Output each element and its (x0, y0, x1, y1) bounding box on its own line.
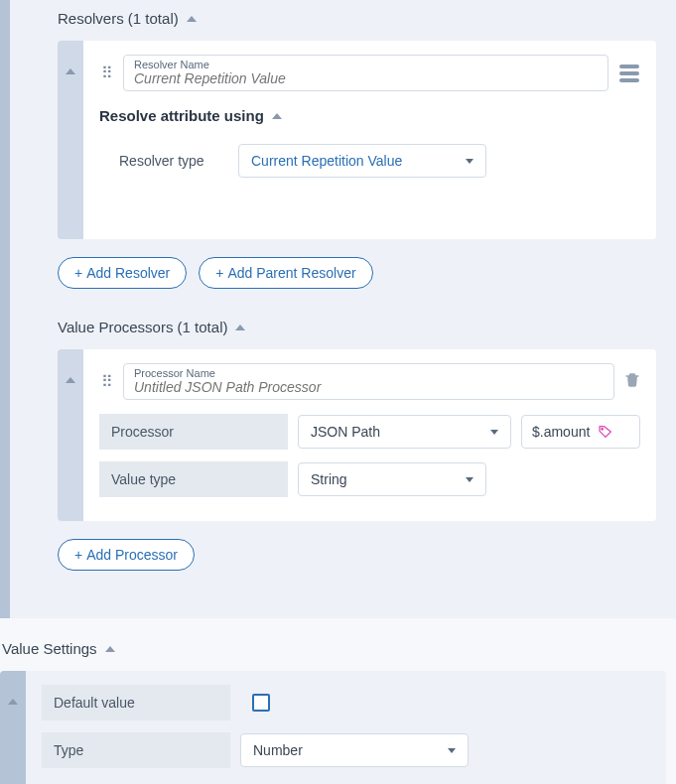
value-type-value: String (311, 471, 347, 487)
settings-type-value: Number (253, 742, 303, 758)
caret-up-icon (235, 325, 245, 330)
add-resolver-label: Add Resolver (86, 265, 170, 281)
drag-handle-icon[interactable]: ⠿ (99, 70, 113, 76)
drag-handle-icon[interactable]: ⠿ (99, 379, 113, 385)
default-value-checkbox[interactable] (252, 694, 270, 712)
processor-name-input-wrap[interactable]: Processor Name (123, 363, 614, 400)
plus-icon: + (74, 547, 82, 563)
trash-icon[interactable] (624, 371, 640, 392)
resolve-attribute-header[interactable]: Resolve attribute using (99, 105, 640, 144)
settings-collapse-gutter[interactable] (0, 671, 26, 784)
plus-icon: + (215, 265, 223, 281)
chevron-down-icon (490, 430, 498, 435)
resolver-name-input[interactable] (134, 70, 598, 86)
processor-value: JSON Path (311, 424, 380, 440)
resolver-type-label: Resolver type (119, 153, 228, 169)
resolvers-header[interactable]: Resolvers (1 total) (20, 6, 666, 41)
caret-up-icon (105, 646, 115, 652)
caret-up-icon (187, 16, 197, 22)
resolver-name-label: Resolver Name (134, 59, 598, 70)
resolver-type-select[interactable]: Current Repetition Value (238, 144, 486, 178)
processors-header[interactable]: Value Processors (1 total) (20, 289, 666, 349)
processors-title: Value Processors (1 total) (58, 319, 227, 335)
chevron-down-icon (448, 748, 456, 753)
resolve-attribute-label: Resolve attribute using (99, 107, 264, 124)
processor-name-label: Processor Name (134, 367, 604, 379)
value-settings-header[interactable]: Value Settings (0, 618, 676, 671)
caret-up-icon (66, 377, 75, 383)
caret-up-icon (272, 113, 282, 119)
processor-label: Processor (99, 414, 288, 450)
chevron-down-icon (466, 477, 473, 482)
menu-icon[interactable] (618, 65, 640, 82)
add-resolver-button[interactable]: + Add Resolver (58, 257, 187, 289)
caret-up-icon (66, 68, 75, 74)
add-processor-button[interactable]: + Add Processor (58, 539, 195, 571)
svg-point-0 (602, 429, 604, 431)
chevron-down-icon (466, 159, 473, 164)
resolver-collapse-gutter[interactable] (58, 41, 83, 239)
value-type-label: Value type (99, 461, 288, 497)
add-parent-resolver-label: Add Parent Resolver (227, 265, 355, 281)
settings-type-label: Type (42, 732, 230, 768)
default-value-label: Default value (42, 685, 230, 720)
settings-type-select[interactable]: Number (240, 733, 469, 767)
processor-collapse-gutter[interactable] (58, 349, 83, 521)
value-type-select[interactable]: String (298, 462, 486, 496)
plus-icon: + (74, 265, 82, 281)
add-parent-resolver-button[interactable]: + Add Parent Resolver (199, 257, 372, 289)
caret-up-icon (8, 699, 18, 705)
resolver-name-input-wrap[interactable]: Resolver Name (123, 55, 608, 91)
value-settings-title: Value Settings (2, 640, 97, 657)
processor-path-value: $.amount (532, 424, 590, 440)
processor-path-input[interactable]: $.amount (521, 415, 640, 449)
resolvers-title: Resolvers (1 total) (58, 10, 179, 27)
processor-select[interactable]: JSON Path (298, 415, 511, 449)
processor-name-input[interactable] (134, 379, 604, 395)
tag-icon (598, 424, 613, 440)
resolver-type-value: Current Repetition Value (251, 153, 402, 169)
add-processor-label: Add Processor (86, 547, 178, 563)
